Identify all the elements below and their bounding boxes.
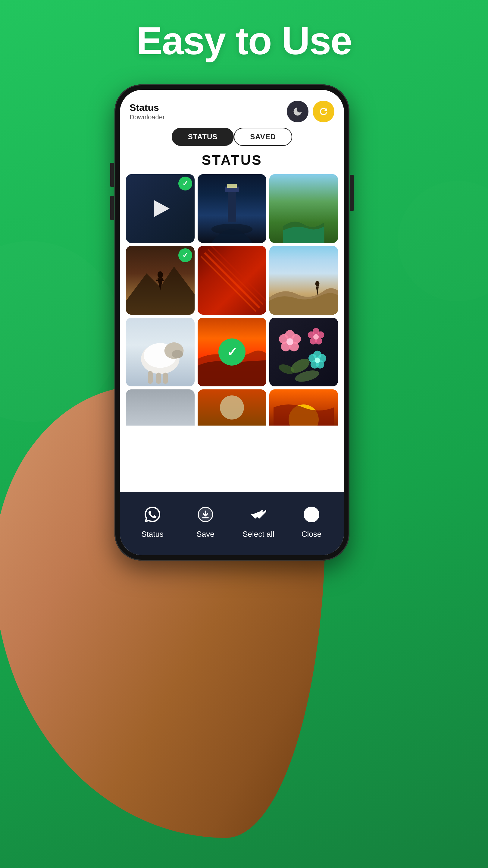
svg-rect-11 xyxy=(156,373,161,383)
svg-point-5 xyxy=(315,281,320,286)
app-header: Status Downloader xyxy=(120,90,344,128)
nav-select-all[interactable]: Select all xyxy=(232,502,285,539)
photo-cell-5[interactable] xyxy=(198,246,266,315)
nav-status[interactable]: Status xyxy=(126,502,179,539)
photo-cell-9[interactable] xyxy=(269,318,338,386)
svg-point-24 xyxy=(313,334,319,340)
nav-status-label: Status xyxy=(141,530,164,539)
nature-svg xyxy=(269,202,338,243)
photo-cell-partial-2[interactable] xyxy=(198,390,266,426)
check-badge-1: ✓ xyxy=(178,177,192,190)
app-name: Status xyxy=(130,102,165,113)
svg-rect-10 xyxy=(148,371,153,384)
svg-rect-0 xyxy=(228,188,236,222)
app-title-block: Status Downloader xyxy=(130,102,165,121)
header-icons xyxy=(287,101,334,122)
phone-frame: Status Downloader xyxy=(115,84,350,561)
dark-mode-button[interactable] xyxy=(287,101,308,122)
nav-select-all-label: Select all xyxy=(242,530,274,539)
whatsapp-icon xyxy=(140,502,164,527)
svg-rect-12 xyxy=(163,373,168,383)
tab-saved[interactable]: SAVED xyxy=(234,128,292,146)
sheep-svg xyxy=(126,318,195,386)
photo-cell-8[interactable]: ✓ xyxy=(198,318,266,386)
feather-svg xyxy=(198,246,266,315)
close-circle-icon xyxy=(299,502,324,527)
svg-point-34 xyxy=(220,396,244,420)
svg-point-30 xyxy=(315,358,320,363)
lighthouse-svg xyxy=(198,174,266,243)
nav-close-label: Close xyxy=(301,530,321,539)
refresh-button[interactable] xyxy=(313,101,334,122)
volume-button-up xyxy=(110,163,114,187)
check-badge-8: ✓ xyxy=(218,338,246,366)
tab-bar: STATUS SAVED xyxy=(120,128,344,152)
photo-cell-4[interactable]: ✓ xyxy=(126,246,195,315)
photo-grid-row3: ✓ xyxy=(120,318,344,386)
photo-grid: ✓ xyxy=(120,174,344,315)
photo-cell-7[interactable] xyxy=(126,318,195,386)
phone-screen: Status Downloader xyxy=(120,90,344,555)
photo-grid-bottom xyxy=(120,390,344,426)
photo-cell-partial-3[interactable] xyxy=(269,390,338,426)
phone-mockup: Status Downloader xyxy=(78,84,410,778)
nav-save[interactable]: Save xyxy=(179,502,232,539)
sun-svg xyxy=(269,390,338,426)
power-button xyxy=(350,175,354,211)
checkmark-double-icon xyxy=(247,502,270,527)
mountain-person-svg xyxy=(269,246,338,315)
floral-svg xyxy=(269,318,338,386)
svg-point-18 xyxy=(287,338,293,345)
photo-cell-partial-1[interactable] xyxy=(126,390,195,426)
photo-cell-2[interactable] xyxy=(198,174,266,243)
svg-point-4 xyxy=(158,271,163,278)
page-title: Easy to Use xyxy=(0,18,488,63)
photo-cell-6[interactable] xyxy=(269,246,338,315)
bottom-nav: Status Save xyxy=(120,492,344,555)
nav-save-label: Save xyxy=(196,530,214,539)
svg-point-9 xyxy=(172,350,183,358)
moon-svg xyxy=(198,390,266,426)
volume-button-down xyxy=(110,196,114,220)
photo-cell-3[interactable] xyxy=(269,174,338,243)
section-title: STATUS xyxy=(120,152,344,168)
play-icon xyxy=(154,200,170,217)
svg-rect-2 xyxy=(227,184,237,188)
photo-cell-1[interactable]: ✓ xyxy=(126,174,195,243)
nav-close[interactable]: Close xyxy=(285,502,338,539)
check-badge-4: ✓ xyxy=(178,248,192,262)
app-subtitle: Downloader xyxy=(130,113,165,121)
svg-point-32 xyxy=(278,363,296,376)
download-icon xyxy=(193,502,218,527)
tab-status[interactable]: STATUS xyxy=(172,128,234,146)
